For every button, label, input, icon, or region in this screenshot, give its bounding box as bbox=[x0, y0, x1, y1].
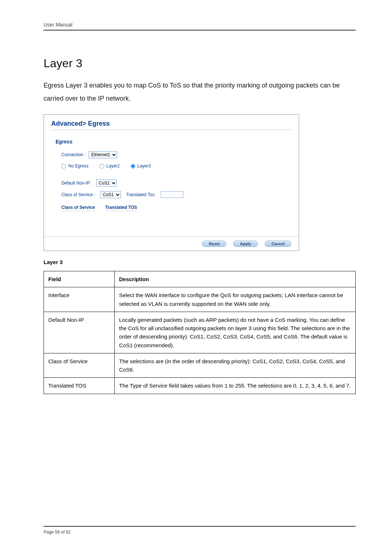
no-egress-label: No Egress bbox=[68, 163, 89, 169]
table-cell-desc: Locally generated packets (such as ARP p… bbox=[115, 312, 356, 353]
default-non-ip-select[interactable]: CoS1 bbox=[96, 179, 117, 187]
translated-tos-input[interactable] bbox=[161, 191, 183, 198]
layer2-radio[interactable] bbox=[99, 164, 104, 169]
table-row: Translated TOS The Type of Service field… bbox=[44, 378, 356, 394]
header-rule bbox=[44, 30, 356, 31]
egress-section-label: Egress bbox=[56, 139, 291, 145]
layer2-label: Layer2 bbox=[106, 163, 120, 169]
table-cell-desc: Select the WAN interface to configure th… bbox=[115, 287, 356, 312]
ttos-header: Translated TOS bbox=[105, 205, 137, 211]
apply-button[interactable]: Apply bbox=[233, 240, 258, 247]
table-cell-desc: The selections are (in the order of desc… bbox=[115, 353, 356, 378]
layer3-label: Layer3 bbox=[138, 163, 151, 169]
table-row: Class of Service The selections are (in … bbox=[44, 353, 356, 378]
table-head-desc: Description bbox=[115, 271, 356, 287]
table-cell-field: Class of Service bbox=[44, 353, 115, 378]
class-of-service-select[interactable]: CoS1 bbox=[100, 191, 121, 198]
page-title: Layer 3 bbox=[44, 57, 356, 70]
table-head-field: Field bbox=[44, 271, 115, 287]
figure-caption: Layer 3 bbox=[44, 259, 356, 265]
connection-select[interactable]: Ethernet1 bbox=[89, 151, 117, 158]
table-row: Default Non-IP Locally generated packets… bbox=[44, 312, 356, 353]
header-label: User Manual bbox=[44, 22, 356, 28]
cos-header: Class of Service bbox=[61, 205, 95, 211]
field-description-table: Field Description Interface Select the W… bbox=[44, 271, 356, 394]
default-non-ip-label: Default Non-IP: bbox=[61, 181, 91, 186]
table-row: Interface Select the WAN interface to co… bbox=[44, 287, 356, 312]
cancel-button[interactable]: Cancel bbox=[265, 240, 291, 247]
table-cell-field: Interface bbox=[44, 287, 115, 312]
reset-button[interactable]: Reset bbox=[202, 240, 226, 247]
table-cell-field: Translated TOS bbox=[44, 378, 115, 394]
page-number: Page 58 of 92 bbox=[44, 530, 356, 535]
intro-paragraph: Egress Layer 3 enables you to map CoS to… bbox=[44, 79, 356, 105]
footer-rule bbox=[44, 526, 356, 527]
no-egress-radio[interactable] bbox=[61, 164, 66, 169]
layer3-radio[interactable] bbox=[131, 164, 135, 169]
egress-screenshot: Advanced> Egress Egress Connection : Eth… bbox=[44, 114, 299, 251]
screenshot-title: Advanced> Egress bbox=[51, 120, 291, 130]
connection-label: Connection : bbox=[61, 152, 86, 157]
translated-tos-label: Translated Tos: bbox=[126, 192, 155, 197]
table-cell-desc: The Type of Service field takes values f… bbox=[115, 378, 356, 394]
table-cell-field: Default Non-IP bbox=[44, 312, 115, 353]
class-of-service-label: Class of Service : bbox=[61, 192, 95, 197]
